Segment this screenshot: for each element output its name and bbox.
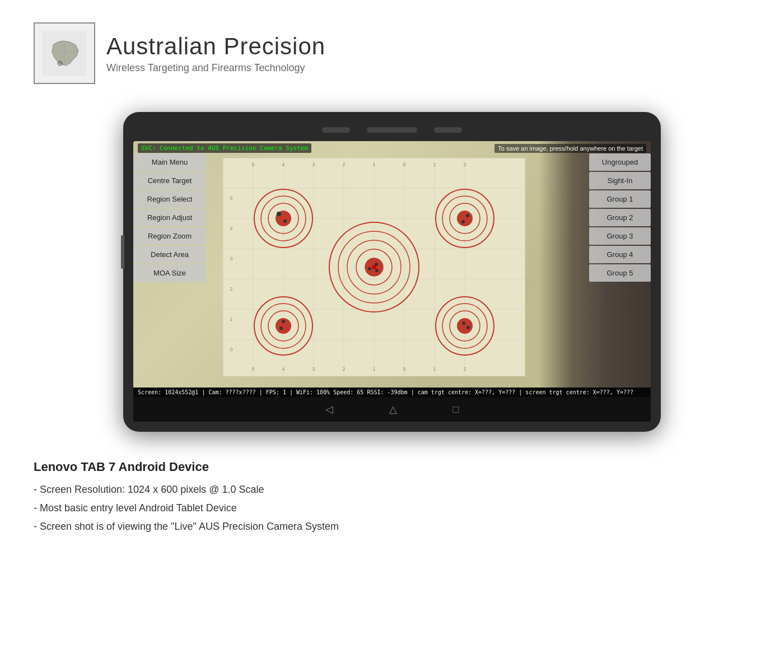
svg-text:5: 5 xyxy=(251,366,254,372)
tablet-device: 54 32 10 12 54 32 10 12 54 32 10 xyxy=(123,112,661,432)
header: Australian Precision Wireless Targeting … xyxy=(0,0,784,101)
nav-back-icon[interactable]: ◁ xyxy=(325,403,333,416)
group4-button[interactable]: Group 4 xyxy=(589,246,651,263)
info-item-3: - Screen shot is of viewing the "Live" A… xyxy=(34,519,750,534)
svg-text:0: 0 xyxy=(230,347,232,352)
tablet-top-button-3 xyxy=(434,127,462,133)
svg-text:0: 0 xyxy=(403,162,405,167)
tablet-top-button-2 xyxy=(367,127,417,133)
svg-text:4: 4 xyxy=(230,226,232,231)
svg-text:1: 1 xyxy=(372,366,375,372)
svg-text:2: 2 xyxy=(342,366,345,372)
detect-area-button[interactable]: Detect Area xyxy=(133,246,206,263)
logo-box xyxy=(34,22,95,84)
svg-text:4: 4 xyxy=(282,162,284,167)
svg-text:5: 5 xyxy=(230,195,232,201)
target-paper-svg: 54 32 10 12 54 32 10 12 54 32 10 xyxy=(223,158,525,376)
header-text: Australian Precision Wireless Targeting … xyxy=(106,33,325,74)
svg-point-62 xyxy=(457,211,473,226)
status-connected-text: SVC: Connected to AUS Precision Camera S… xyxy=(138,143,311,153)
tablet-top-button-1 xyxy=(322,127,350,133)
svg-point-75 xyxy=(466,326,470,329)
svg-point-74 xyxy=(457,318,473,334)
svg-text:5: 5 xyxy=(251,162,254,167)
svg-point-50 xyxy=(368,267,371,270)
group1-button[interactable]: Group 1 xyxy=(589,190,651,208)
header-title: Australian Precision xyxy=(106,33,325,60)
logo-map-icon xyxy=(42,31,87,76)
tablet-side-button[interactable] xyxy=(121,235,124,269)
svg-text:1: 1 xyxy=(433,366,436,372)
ungrouped-button[interactable]: Ungrouped xyxy=(589,153,651,171)
nav-home-icon[interactable]: △ xyxy=(389,403,397,416)
main-menu-button[interactable]: Main Menu xyxy=(133,153,206,171)
svg-point-52 xyxy=(375,269,379,272)
info-section: Lenovo TAB 7 Android Device - Screen Res… xyxy=(0,443,784,554)
svg-point-64 xyxy=(461,220,465,223)
svg-text:1: 1 xyxy=(372,162,375,167)
region-adjust-button[interactable]: Region Adjust xyxy=(133,209,206,226)
svg-point-70 xyxy=(282,320,285,323)
svg-point-76 xyxy=(462,321,465,325)
svg-point-57 xyxy=(277,212,281,216)
info-item-1: - Screen Resolution: 1024 x 600 pixels @… xyxy=(34,482,750,497)
svg-text:2: 2 xyxy=(463,162,466,167)
centre-target-button[interactable]: Centre Target xyxy=(133,172,206,189)
header-subtitle: Wireless Targeting and Firearms Technolo… xyxy=(106,62,325,74)
group2-button[interactable]: Group 2 xyxy=(589,209,651,226)
status-bar-top: SVC: Connected to AUS Precision Camera S… xyxy=(133,141,651,155)
tablet-top-bar xyxy=(133,122,651,138)
svg-text:3: 3 xyxy=(312,162,315,167)
svg-point-58 xyxy=(283,220,287,223)
nav-recent-icon[interactable]: □ xyxy=(453,404,459,416)
info-item-2: - Most basic entry level Android Tablet … xyxy=(34,501,750,516)
bottom-status-text: Screen: 1024x552@1 | Cam: ????x???? | FP… xyxy=(138,389,633,395)
status-save-hint-text: To save an image, press/hold anywhere on… xyxy=(494,144,646,153)
tablet-area: 54 32 10 12 54 32 10 12 54 32 10 xyxy=(0,101,784,443)
svg-text:1: 1 xyxy=(433,162,436,167)
device-title: Lenovo TAB 7 Android Device xyxy=(34,460,750,474)
tablet-screen: 54 32 10 12 54 32 10 12 54 32 10 xyxy=(133,141,651,422)
svg-text:3: 3 xyxy=(230,256,232,262)
android-nav-bar: ◁ △ □ xyxy=(133,397,651,422)
region-zoom-button[interactable]: Region Zoom xyxy=(133,227,206,245)
svg-text:2: 2 xyxy=(342,162,345,167)
svg-text:1: 1 xyxy=(230,316,232,322)
region-select-button[interactable]: Region Select xyxy=(133,190,206,208)
svg-point-51 xyxy=(375,263,378,266)
svg-text:2: 2 xyxy=(230,286,232,292)
group3-button[interactable]: Group 3 xyxy=(589,227,651,245)
group5-button[interactable]: Group 5 xyxy=(589,264,651,282)
svg-point-63 xyxy=(466,214,469,217)
svg-text:0: 0 xyxy=(403,366,405,372)
svg-text:3: 3 xyxy=(312,366,315,372)
target-image-area[interactable]: 54 32 10 12 54 32 10 12 54 32 10 xyxy=(133,141,651,388)
svg-text:4: 4 xyxy=(282,366,284,372)
right-menu: Ungrouped Sight-In Group 1 Group 2 Group… xyxy=(589,153,651,282)
svg-text:2: 2 xyxy=(463,366,466,372)
left-menu: Main Menu Centre Target Region Select Re… xyxy=(133,153,206,282)
svg-point-69 xyxy=(279,326,283,330)
moa-size-button[interactable]: MOA Size xyxy=(133,264,206,282)
status-bar-bottom: Screen: 1024x552@1 | Cam: ????x???? | FP… xyxy=(133,388,651,397)
sight-in-button[interactable]: Sight-In xyxy=(589,172,651,189)
